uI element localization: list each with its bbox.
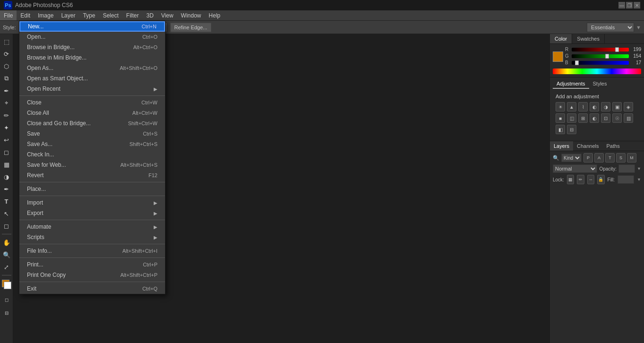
tool-zoom[interactable]: 🔍 <box>1 249 12 260</box>
adj-btn-selective-color[interactable]: ◧ <box>556 125 565 134</box>
tool-pen[interactable]: ✒ <box>1 183 12 195</box>
tab-layers[interactable]: Layers <box>550 141 573 151</box>
menu-export[interactable]: Export ▶ <box>19 208 165 218</box>
refine-edge-button[interactable]: Refine Edge... <box>170 23 212 32</box>
adj-btn-vibrance[interactable]: ◑ <box>601 102 610 111</box>
adj-btn-exposure[interactable]: ◐ <box>590 102 599 111</box>
menu-revert[interactable]: Revert F12 <box>19 170 165 180</box>
menu-file-info[interactable]: File Info... Alt+Shift+Ctrl+I <box>19 246 165 256</box>
menu-import[interactable]: Import ▶ <box>19 197 165 208</box>
minimize-button[interactable]: — <box>618 2 625 9</box>
menu-exit[interactable]: Exit Ctrl+Q <box>19 283 165 294</box>
tool-type[interactable]: T <box>1 196 12 207</box>
fill-input[interactable] <box>618 175 634 184</box>
tab-channels[interactable]: Channels <box>573 141 602 151</box>
adj-btn-invert[interactable]: ◐ <box>590 113 599 123</box>
b-thumb[interactable] <box>575 60 579 65</box>
close-button[interactable]: ✕ <box>634 2 640 9</box>
menu-check-in[interactable]: Check In... <box>19 149 165 160</box>
menu-3d[interactable]: 3D <box>142 10 157 20</box>
tool-gradient[interactable]: ▦ <box>1 159 12 170</box>
menu-close-all[interactable]: Close All Alt+Ctrl+W <box>19 108 165 118</box>
menu-browse-bridge[interactable]: Browse in Bridge... Alt+Ctrl+O <box>19 42 165 52</box>
tab-paths[interactable]: Paths <box>603 141 624 151</box>
menu-new[interactable]: New... Ctrl+N <box>19 21 165 32</box>
tool-quick-select[interactable]: ⬡ <box>1 60 12 72</box>
adj-btn-curves[interactable]: ⌇ <box>578 102 588 111</box>
menu-browse-mini[interactable]: Browse in Mini Bridge... <box>19 52 165 63</box>
layer-filter-smart[interactable]: M <box>627 153 636 163</box>
tool-history[interactable]: ↩ <box>1 134 12 146</box>
menu-close[interactable]: Close Ctrl+W <box>19 97 165 108</box>
lock-all[interactable]: 🔒 <box>597 175 604 184</box>
layer-filter-shape[interactable]: S <box>616 153 626 163</box>
layer-filter-type[interactable]: T <box>605 153 615 163</box>
tool-shape[interactable]: ◻ <box>1 220 12 232</box>
menu-close-bridge[interactable]: Close and Go to Bridge... Shift+Ctrl+W <box>19 118 165 129</box>
layers-blend-mode[interactable]: Normal <box>553 164 597 173</box>
menu-select[interactable]: Select <box>99 10 122 20</box>
color-spectrum[interactable] <box>553 69 641 74</box>
tab-styles[interactable]: Styles <box>589 79 611 89</box>
tool-brush[interactable]: ✏ <box>1 110 12 121</box>
adj-btn-hsl[interactable]: ▣ <box>612 102 622 111</box>
adj-btn-shadows[interactable]: ⊟ <box>567 125 576 134</box>
tool-path-select[interactable]: ↖ <box>1 208 12 219</box>
adj-btn-threshold[interactable]: ☉ <box>612 113 622 123</box>
adj-btn-gradient-map[interactable]: ▥ <box>624 113 633 123</box>
tool-spot-heal[interactable]: ⌖ <box>1 97 12 109</box>
workspace-select[interactable]: Essentials <box>587 23 634 32</box>
menu-open-recent[interactable]: Open Recent ▶ <box>19 84 165 94</box>
menu-image[interactable]: Image <box>34 10 57 20</box>
menu-window[interactable]: Window <box>177 10 205 20</box>
color-boxes[interactable] <box>2 280 11 289</box>
title-bar-controls[interactable]: — ❐ ✕ <box>618 2 640 9</box>
adj-btn-photo-filter[interactable]: ◫ <box>567 113 576 123</box>
menu-help[interactable]: Help <box>205 10 224 20</box>
background-color[interactable] <box>4 282 11 289</box>
adj-btn-levels[interactable]: ▲ <box>567 102 576 111</box>
tool-eraser[interactable]: ◻ <box>1 146 12 158</box>
adj-btn-posterize[interactable]: ⊡ <box>601 113 610 123</box>
menu-type[interactable]: Type <box>79 10 99 20</box>
tab-swatches[interactable]: Swatches <box>572 34 605 43</box>
restore-button[interactable]: ❐ <box>626 2 633 9</box>
adj-btn-channel-mix[interactable]: ⊞ <box>578 113 588 123</box>
color-swatch[interactable] <box>553 51 563 62</box>
menu-scripts[interactable]: Scripts ▶ <box>19 232 165 242</box>
menu-open[interactable]: Open... Ctrl+O <box>19 32 165 42</box>
b-slider[interactable] <box>572 61 629 65</box>
tab-color[interactable]: Color <box>550 34 572 43</box>
tool-clone[interactable]: ✦ <box>1 122 12 133</box>
menu-place[interactable]: Place... <box>19 184 165 194</box>
lock-image-px[interactable]: ✏ <box>577 175 584 184</box>
layer-filter-adjust[interactable]: A <box>594 153 604 163</box>
menu-filter[interactable]: Filter <box>122 10 143 20</box>
menu-open-smart[interactable]: Open as Smart Object... <box>19 73 165 84</box>
adj-btn-color-balance[interactable]: ◈ <box>624 102 633 111</box>
menu-open-as[interactable]: Open As... Alt+Shift+Ctrl+O <box>19 63 165 73</box>
tab-adjustments[interactable]: Adjustments <box>553 79 589 89</box>
g-thumb[interactable] <box>605 54 609 59</box>
menu-save-as[interactable]: Save As... Shift+Ctrl+S <box>19 139 165 149</box>
tool-mask-mode[interactable]: ◻ <box>1 294 12 305</box>
layer-filter-pixel[interactable]: P <box>583 153 593 163</box>
menu-print[interactable]: Print... Ctrl+P <box>19 259 165 270</box>
g-slider[interactable] <box>572 54 629 58</box>
menu-file[interactable]: File <box>0 10 17 20</box>
r-thumb[interactable] <box>615 47 619 52</box>
r-slider[interactable] <box>572 48 629 51</box>
tool-eyedropper[interactable]: ✒ <box>1 85 12 96</box>
layers-kind-select[interactable]: Kind <box>561 154 582 162</box>
lock-position[interactable]: ↔ <box>587 175 594 184</box>
tool-lasso[interactable]: ⟳ <box>1 48 12 60</box>
menu-print-one[interactable]: Print One Copy Alt+Shift+Ctrl+P <box>19 270 165 280</box>
tool-crop[interactable]: ⧉ <box>1 73 12 84</box>
menu-view[interactable]: View <box>157 10 177 20</box>
tool-marquee[interactable]: ⬚ <box>1 36 12 47</box>
lock-transparent-px[interactable]: ▦ <box>567 175 574 184</box>
menu-layer[interactable]: Layer <box>57 10 79 20</box>
tool-hand[interactable]: ✋ <box>1 237 12 248</box>
menu-save-web[interactable]: Save for Web... Alt+Shift+Ctrl+S <box>19 160 165 170</box>
tool-rotate-view[interactable]: ⤢ <box>1 261 12 273</box>
